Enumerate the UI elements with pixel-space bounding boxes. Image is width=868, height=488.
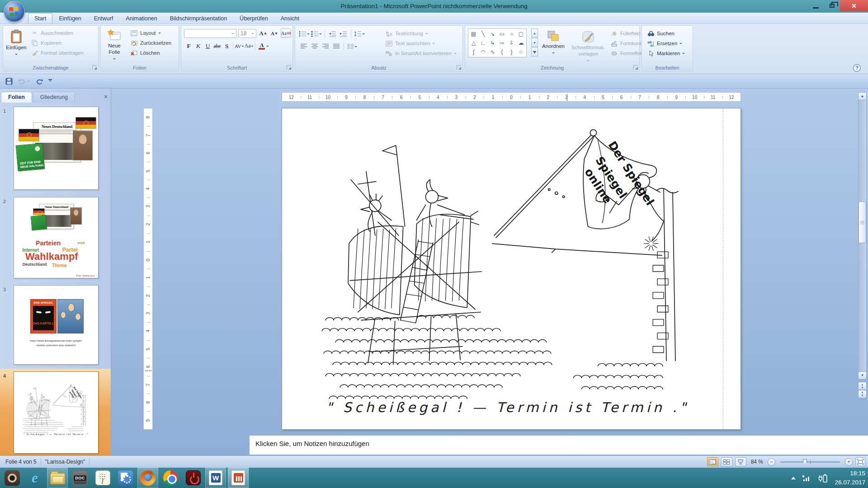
slide-thumbnail-4[interactable] (14, 371, 99, 454)
shape-button-5[interactable]: ▢ (516, 29, 526, 38)
taskbar-power[interactable] (183, 468, 203, 488)
zoom-slider[interactable] (780, 461, 840, 463)
minimize-button[interactable] (807, 0, 824, 11)
tray-expand-icon[interactable] (791, 474, 796, 479)
align-left-button[interactable] (299, 42, 308, 51)
shapes-more-button[interactable]: ▬▼ (531, 47, 538, 56)
increase-indent-button[interactable] (339, 29, 348, 38)
slide-sorter-view-button[interactable] (721, 457, 732, 466)
network-icon[interactable] (802, 474, 811, 482)
shape-button-2[interactable]: ↘ (488, 29, 497, 38)
dialog-launcher-schriftart[interactable] (287, 65, 291, 70)
redo-button[interactable] (35, 78, 43, 84)
align-center-button[interactable] (310, 42, 319, 51)
select-button[interactable]: Markieren (646, 48, 686, 58)
quick-styles-button[interactable]: Schnellformat- vorlagen (568, 28, 608, 63)
close-button[interactable]: ✕ (840, 0, 868, 11)
taskbar-chrome[interactable] (160, 468, 181, 488)
next-slide-button[interactable]: ▼▼ (858, 390, 867, 398)
text-direction-button[interactable]: ATextrichtung (384, 28, 458, 38)
shapes-scroll-up[interactable]: ▲ (531, 28, 538, 38)
format-painter-button[interactable]: Format übertragen (29, 48, 85, 58)
scroll-thumb[interactable] (859, 202, 866, 243)
italic-button[interactable]: K (193, 41, 203, 51)
battery-icon[interactable] (817, 474, 828, 483)
scroll-down-button[interactable]: ▼ (858, 371, 867, 380)
shape-button-1[interactable]: ╲ (478, 29, 488, 38)
ribbon-tab-start[interactable]: Start (28, 13, 52, 23)
shape-button-9[interactable]: ⇨ (497, 38, 507, 47)
pane-tab-gliederung[interactable]: Gliederung (33, 92, 75, 103)
taskbar-firefox[interactable] (137, 468, 158, 488)
shape-button-16[interactable]: } (507, 47, 516, 56)
arrange-button[interactable]: Anordnen (540, 28, 566, 56)
taskbar-word[interactable]: W (205, 468, 226, 488)
ribbon-tab-animationen[interactable]: Animationen (119, 13, 164, 23)
taskbar-powerpoint[interactable]: P (228, 468, 249, 488)
dialog-launcher-zeichnung[interactable] (633, 65, 638, 70)
dialog-launcher-absatz[interactable] (457, 65, 461, 70)
clear-formatting-button[interactable]: Aa (281, 28, 291, 38)
font-size-combo[interactable]: 18 (238, 29, 256, 38)
notes-pane[interactable]: Klicken Sie, um Notizen hinzuzufügen (249, 435, 868, 455)
slide-thumbnail-1[interactable]: Neues Deutschland ZEIT FÜR EINE NEUE HAL… (14, 107, 99, 190)
ribbon-tab-ansicht[interactable]: Ansicht (274, 13, 306, 23)
grow-font-button[interactable]: A (258, 28, 268, 38)
font-color-button[interactable]: A (257, 41, 266, 51)
align-right-button[interactable] (321, 42, 330, 51)
ribbon-tab-überprüfen[interactable]: Überprüfen (233, 13, 274, 23)
help-button[interactable]: ? (853, 64, 861, 72)
zoom-out-button[interactable]: − (768, 458, 775, 466)
shape-button-7[interactable]: ∟ (478, 38, 488, 47)
decrease-indent-button[interactable] (328, 29, 337, 38)
new-slide-button[interactable]: Neue Folie (103, 27, 126, 61)
previous-slide-button[interactable]: ▲▲ (858, 382, 867, 390)
office-button[interactable] (4, 1, 25, 22)
line-spacing-button[interactable] (354, 29, 365, 38)
justify-button[interactable] (331, 42, 341, 51)
ribbon-tab-einfügen[interactable]: Einfügen (52, 13, 87, 23)
slideshow-view-button[interactable] (735, 457, 746, 466)
zoom-in-button[interactable]: + (845, 458, 853, 466)
taskbar-image-viewer[interactable] (92, 468, 113, 488)
shape-button-10[interactable]: ⇩ (507, 38, 516, 47)
align-text-button[interactable]: Text ausrichten (384, 38, 458, 48)
replace-button[interactable]: abacErsetzen (646, 38, 686, 48)
shrink-font-button[interactable]: A (269, 28, 279, 38)
shape-button-11[interactable]: ☁ (516, 38, 526, 47)
reset-button[interactable]: Zurücksetzen (129, 38, 173, 48)
save-button[interactable] (5, 78, 13, 85)
text-shadow-button[interactable]: S (222, 41, 231, 51)
change-case-button[interactable]: Aa (244, 41, 254, 51)
shape-button-14[interactable]: ∿ (488, 47, 497, 56)
shape-button-8[interactable]: ↳ (488, 38, 497, 47)
clock[interactable]: 18:15 26.07.2017 (835, 469, 865, 487)
font-name-combo[interactable] (184, 29, 236, 38)
customize-qat-button[interactable] (48, 79, 52, 83)
scroll-track[interactable] (858, 100, 867, 371)
shape-button-13[interactable]: ◠ (478, 47, 488, 56)
shape-button-12[interactable]: ʃ (469, 47, 478, 56)
shape-button-17[interactable]: ☆ (516, 47, 526, 56)
character-spacing-button[interactable]: AV (235, 41, 244, 51)
shape-button-6[interactable]: △ (469, 38, 478, 47)
delete-slide-button[interactable]: Löschen (129, 48, 173, 58)
ribbon-tab-bildschirmpräsentation[interactable]: Bildschirmpräsentation (164, 13, 233, 23)
scroll-up-button[interactable]: ▲ (858, 92, 867, 100)
taskbar-system-tool[interactable] (115, 468, 136, 488)
taskbar-internet-explorer[interactable]: e (24, 468, 45, 488)
pane-tab-folien[interactable]: Folien (1, 92, 32, 103)
bullets-button[interactable] (299, 29, 310, 38)
slide-thumbnail-3[interactable]: DER SPIEGEL DAS KARTELL https://www.auto… (14, 285, 99, 365)
slide-canvas[interactable] (282, 108, 741, 430)
columns-button[interactable] (347, 42, 357, 51)
shapes-scroll-down[interactable]: ▼ (531, 38, 538, 47)
underline-button[interactable]: U (203, 41, 212, 51)
convert-smartart-button[interactable]: In SmartArt konvertieren (384, 48, 458, 58)
shape-button-0[interactable]: ▤ (469, 29, 478, 38)
slide-thumbnail-2[interactable]: Neues Deutschland ParteienstattInternetP… (14, 197, 99, 278)
numbering-button[interactable] (311, 29, 322, 38)
strikethrough-button[interactable]: abe (212, 41, 222, 51)
taskbar-audio-player[interactable] (2, 468, 23, 488)
dialog-launcher-zwischenablage[interactable] (92, 65, 97, 70)
